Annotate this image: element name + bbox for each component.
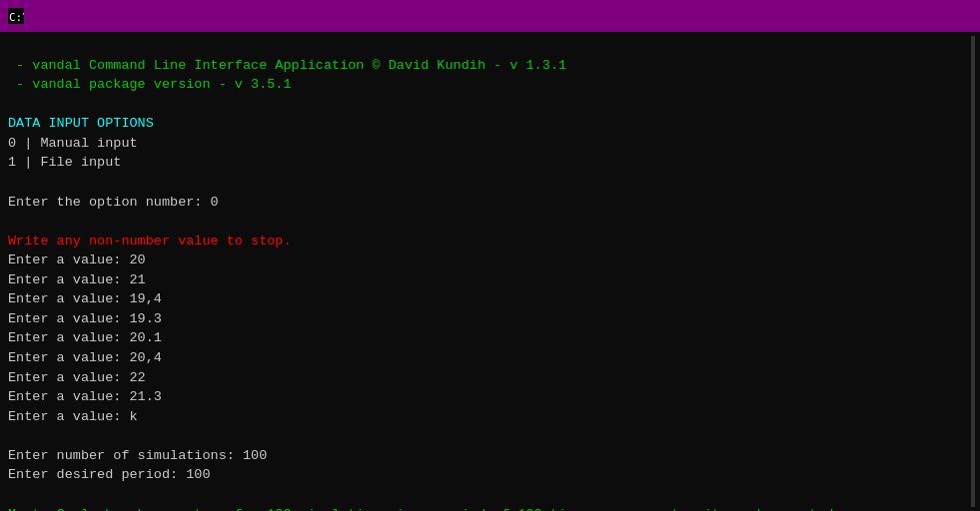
console-line: Enter desired period: 100 xyxy=(8,465,971,485)
title-bar: C:\ xyxy=(0,0,980,32)
console-line: Enter a value: 21 xyxy=(8,270,971,290)
console-line: Monte Carlo has been set up for 100 simu… xyxy=(8,505,971,512)
console-line: Enter the option number: 0 xyxy=(8,193,971,213)
console-line: Enter number of simulations: 100 xyxy=(8,446,971,466)
console-area: - vandal Command Line Interface Applicat… xyxy=(0,32,980,511)
console-line: Enter a value: 22 xyxy=(8,368,971,388)
console-line xyxy=(8,36,971,56)
console-line: Enter a value: k xyxy=(8,407,971,427)
console-line: Write any non-number value to stop. xyxy=(8,232,971,252)
cmd-icon: C:\ xyxy=(8,8,24,24)
console-line: - vandal Command Line Interface Applicat… xyxy=(8,56,971,76)
console-line: DATA INPUT OPTIONS xyxy=(8,114,971,134)
cmd-window: C:\ - vandal Command Line Interface Appl… xyxy=(0,0,980,511)
console-line: Enter a value: 20.1 xyxy=(8,328,971,348)
console-line: 0 | Manual input xyxy=(8,134,971,154)
title-bar-controls xyxy=(834,0,972,32)
console-line: Enter a value: 20 xyxy=(8,251,971,270)
console-line: Enter a value: 19.3 xyxy=(8,309,971,329)
close-button[interactable] xyxy=(926,0,972,32)
console-line: 1 | File input xyxy=(8,153,971,173)
maximize-button[interactable] xyxy=(880,0,926,32)
console-line: Enter a value: 20,4 xyxy=(8,348,971,368)
scrollbar[interactable] xyxy=(971,36,975,507)
minimize-button[interactable] xyxy=(834,0,880,32)
console-line xyxy=(8,426,971,446)
console-line xyxy=(8,212,971,232)
console-line: - vandal package version - v 3.5.1 xyxy=(8,75,971,95)
console-line xyxy=(8,485,971,505)
console-line xyxy=(8,173,971,193)
svg-text:C:\: C:\ xyxy=(9,11,24,24)
console-content: - vandal Command Line Interface Applicat… xyxy=(8,36,971,507)
console-line: Enter a value: 19,4 xyxy=(8,289,971,309)
console-line xyxy=(8,95,971,115)
console-line: Enter a value: 21.3 xyxy=(8,387,971,407)
